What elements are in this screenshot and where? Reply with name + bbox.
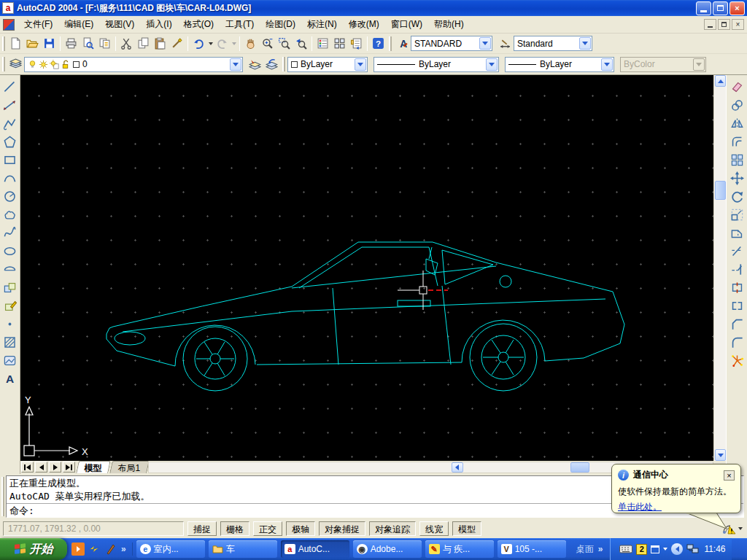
horizontal-scroll-thumb[interactable] — [570, 462, 589, 472]
minimize-button[interactable] — [696, 1, 711, 15]
trim-icon[interactable] — [728, 242, 746, 260]
paste-icon[interactable] — [152, 35, 169, 52]
ellipse-arc-icon[interactable] — [1, 260, 19, 278]
publish-icon[interactable] — [96, 35, 113, 52]
plot-preview-icon[interactable] — [80, 35, 96, 52]
hatch-icon[interactable] — [1, 333, 19, 351]
offset-icon[interactable] — [728, 133, 746, 150]
otrack-toggle[interactable]: 对象追踪 — [369, 521, 416, 536]
tab-first-button[interactable] — [21, 462, 34, 472]
vertical-scroll-thumb[interactable] — [715, 181, 726, 200]
chevron-down-icon[interactable] — [479, 37, 491, 50]
mdi-restore-button[interactable] — [718, 19, 730, 30]
move-icon[interactable] — [728, 169, 746, 187]
layers-icon[interactable] — [7, 56, 24, 73]
menu-window[interactable]: 窗口(W) — [385, 16, 428, 33]
menu-draw[interactable]: 绘图(D) — [260, 16, 301, 33]
insert-block-icon[interactable] — [1, 279, 19, 296]
make-block-icon[interactable] — [1, 297, 19, 314]
desktop-toolbar[interactable]: 桌面 » — [576, 543, 605, 556]
new-icon[interactable] — [7, 35, 24, 52]
rectangle-icon[interactable] — [1, 151, 19, 168]
snap-toggle[interactable]: 捕捉 — [187, 521, 217, 536]
point-icon[interactable] — [1, 315, 19, 332]
desktop-overflow-chevron[interactable]: » — [597, 544, 605, 554]
construction-line-icon[interactable] — [1, 96, 19, 114]
toolbar-grip[interactable] — [2, 57, 5, 71]
circle-icon[interactable] — [1, 187, 19, 205]
chevron-down-icon[interactable] — [601, 58, 613, 71]
chevron-down-icon[interactable] — [355, 58, 366, 71]
close-button[interactable]: × — [729, 1, 745, 15]
restore-layout-icon[interactable] — [651, 545, 659, 553]
tray-expand-arrow-icon[interactable] — [663, 548, 667, 551]
menu-file[interactable]: 文件(F) — [18, 16, 58, 33]
zoom-window-icon[interactable] — [276, 35, 293, 52]
rotate-icon[interactable] — [728, 187, 746, 205]
color-select[interactable]: ByLayer — [287, 57, 368, 72]
plot-icon[interactable] — [63, 35, 80, 52]
pan-icon[interactable] — [242, 35, 259, 52]
layer-previous-icon[interactable] — [263, 56, 280, 73]
explode-icon[interactable] — [728, 351, 746, 369]
menu-edit[interactable]: 编辑(E) — [58, 16, 99, 33]
redo-icon[interactable] — [214, 35, 231, 52]
erase-icon[interactable] — [728, 78, 746, 96]
input-method-icon[interactable]: 2 — [636, 544, 647, 555]
zoom-realtime-icon[interactable] — [259, 35, 276, 52]
taskbar-task-autocad[interactable]: a AutoC... — [281, 540, 349, 558]
taskbar-clock[interactable]: 11:46 — [704, 544, 725, 554]
toolbar-grip[interactable] — [389, 36, 392, 51]
taskbar-task-ie[interactable]: e 室内... — [136, 540, 205, 558]
scroll-up-button[interactable] — [715, 75, 726, 87]
tab-model[interactable]: 模型 — [76, 461, 111, 473]
layer-viewport-sun-icon[interactable] — [50, 60, 59, 69]
region-icon[interactable] — [1, 351, 19, 369]
help-icon[interactable]: ? — [370, 35, 387, 52]
quick-launch-overflow-chevron[interactable]: » — [120, 544, 128, 554]
menu-help[interactable]: 帮助(H) — [428, 16, 470, 33]
taskbar-task-adobe[interactable]: ◉ Adobe... — [353, 540, 422, 558]
balloon-link[interactable]: 单击此处。 — [618, 501, 735, 513]
tab-last-button[interactable] — [63, 462, 75, 472]
chevron-down-icon[interactable] — [486, 58, 498, 71]
ellipse-icon[interactable] — [1, 242, 19, 260]
layer-unlock-icon[interactable] — [61, 60, 70, 69]
undo-icon[interactable] — [190, 35, 207, 52]
zoom-previous-icon[interactable] — [293, 35, 309, 52]
layer-on-bulb-icon[interactable] — [28, 60, 37, 69]
array-icon[interactable] — [728, 151, 746, 168]
polar-toggle[interactable]: 极轴 — [286, 521, 315, 536]
mdi-minimize-button[interactable] — [704, 19, 716, 30]
title-bar[interactable]: a AutoCAD 2004 - [F:\服务\111\CAD 图块\车\CAR… — [0, 0, 747, 16]
tab-next-button[interactable] — [49, 462, 61, 472]
match-properties-icon[interactable] — [169, 35, 185, 52]
hide-icons-button[interactable] — [671, 543, 683, 555]
text-style-icon[interactable]: A — [394, 35, 411, 52]
mdi-close-button[interactable]: × — [732, 19, 744, 30]
save-icon[interactable] — [41, 35, 58, 52]
mirror-icon[interactable] — [728, 114, 746, 132]
polygon-icon[interactable] — [1, 133, 19, 150]
scroll-down-button[interactable] — [715, 449, 726, 461]
scale-icon[interactable] — [728, 206, 746, 223]
designcenter-icon[interactable] — [331, 35, 348, 52]
pen-tool-icon[interactable] — [104, 542, 117, 556]
spline-icon[interactable] — [1, 224, 19, 241]
taskbar-task-105[interactable]: V 105 -... — [498, 540, 566, 558]
layer-select[interactable]: 0 — [24, 57, 243, 72]
fillet-icon[interactable] — [728, 333, 746, 351]
balloon-close-button[interactable]: × — [724, 470, 735, 481]
keyboard-icon[interactable] — [619, 545, 632, 553]
chamfer-icon[interactable] — [728, 315, 746, 332]
drawing-area[interactable]: Y X — [20, 75, 713, 461]
menu-view[interactable]: 视图(V) — [99, 16, 140, 33]
revision-cloud-icon[interactable] — [1, 206, 19, 223]
arc-icon[interactable] — [1, 169, 19, 187]
grid-toggle[interactable]: 栅格 — [220, 521, 249, 536]
toolbar-grip[interactable] — [282, 57, 285, 71]
text-style-select[interactable]: STANDARD — [411, 36, 492, 51]
menu-tools[interactable]: 工具(T) — [220, 16, 260, 33]
toolbar-grip[interactable] — [2, 36, 5, 51]
menu-dimension[interactable]: 标注(N) — [301, 16, 343, 33]
